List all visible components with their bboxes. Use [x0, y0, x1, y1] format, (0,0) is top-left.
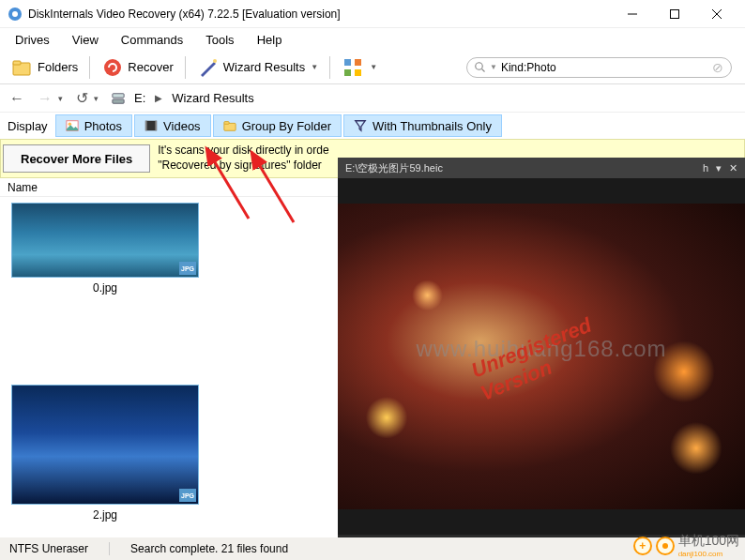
view-mode-button[interactable]: ▼	[336, 53, 383, 83]
file-item[interactable]: JPG 0.jpg	[11, 203, 199, 295]
minimize-button[interactable]	[611, 0, 653, 28]
svg-point-1	[12, 11, 18, 17]
wizard-results-button[interactable]: Wizard Results ▼	[191, 53, 324, 83]
window-title: DiskInternals Video Recovery (x64) 7.22.…	[28, 8, 611, 21]
menu-help[interactable]: Help	[248, 31, 292, 49]
recover-icon	[101, 56, 124, 79]
preview-pane: E:\空极光图片59.heic h ▾ ✕ www.huihuang168.co…	[338, 158, 745, 560]
preview-h-button[interactable]: h	[703, 162, 708, 174]
recover-label: Recover	[128, 60, 173, 74]
chevron-down-icon: ▼	[370, 63, 377, 71]
clear-icon[interactable]: ⊘	[712, 60, 723, 75]
folders-button[interactable]: Folders	[6, 53, 84, 83]
maximize-button[interactable]	[653, 0, 695, 28]
chevron-down-icon[interactable]: ▾	[94, 94, 99, 103]
titlebar: DiskInternals Video Recovery (x64) 7.22.…	[0, 0, 745, 28]
filter-group-label: Group By Folder	[242, 119, 331, 133]
chevron-right-icon: ▶	[155, 93, 162, 103]
display-label: Display	[0, 119, 55, 133]
status-center: Search complete. 21 files found	[130, 542, 288, 555]
navbar: ← → ▾ ↺▾ E: ▶ Wizard Results	[0, 84, 745, 113]
folders-label: Folders	[38, 60, 78, 74]
menu-commands[interactable]: Commands	[112, 31, 192, 49]
content-area: JPG 0.jpg JPG 2.jpg E:\空极光图片59.heic h ▾ …	[0, 197, 745, 535]
chevron-down-icon[interactable]: ▼	[490, 63, 497, 71]
close-button[interactable]	[695, 0, 737, 28]
svg-rect-24	[224, 122, 229, 125]
filter-photos-label: Photos	[84, 119, 122, 133]
jpg-badge: JPG	[179, 489, 196, 502]
svg-point-14	[476, 62, 483, 69]
menubar: Drives View Commands Tools Help	[0, 28, 745, 51]
back-button[interactable]: ←	[9, 90, 24, 107]
file-pane[interactable]: JPG 0.jpg JPG 2.jpg	[0, 197, 338, 535]
history-dropdown[interactable]: ▾	[58, 94, 63, 103]
recover-more-button[interactable]: Recover More Files	[3, 144, 150, 173]
file-item[interactable]: JPG 2.jpg	[11, 385, 199, 522]
svg-rect-11	[355, 59, 361, 66]
filter-videos[interactable]: Videos	[134, 114, 211, 137]
svg-point-8	[104, 59, 121, 76]
wizard-results-label: Wizard Results	[223, 60, 305, 74]
folder-icon	[223, 119, 236, 132]
display-row: Display Photos Videos Group By Folder Wi…	[0, 113, 745, 139]
column-name[interactable]: Name	[8, 181, 38, 194]
thumbnail[interactable]: JPG	[11, 385, 199, 505]
breadcrumb-drive[interactable]: E:	[134, 91, 145, 105]
site-logo: + 单机100网 danji100.com	[633, 533, 739, 558]
menu-tools[interactable]: Tools	[196, 31, 243, 49]
search-input[interactable]	[501, 61, 708, 74]
scan-line2: "Recovered by signatures" folder	[158, 159, 328, 174]
status-left: NTFS Uneraser	[9, 542, 88, 555]
drive-icon	[112, 92, 125, 105]
file-name: 0.jpg	[11, 281, 199, 295]
search-icon	[475, 62, 486, 73]
folders-icon	[11, 56, 34, 79]
site-name: 单机100网	[678, 533, 739, 550]
filter-thumbs[interactable]: With Thumbnails Only	[343, 114, 502, 137]
menu-drives[interactable]: Drives	[6, 31, 59, 49]
preview-image[interactable]: www.huihuang168.com Unregistered Version	[338, 178, 745, 535]
svg-rect-13	[355, 69, 361, 76]
wizard-icon	[197, 56, 220, 79]
svg-rect-3	[670, 9, 678, 18]
svg-rect-20	[145, 121, 157, 131]
separator	[89, 56, 90, 79]
preview-header: E:\空极光图片59.heic h ▾ ✕	[338, 158, 745, 178]
toolbar: Folders Recover Wizard Results ▼ ▼ ▼ ⊘	[0, 51, 745, 84]
recover-button[interactable]: Recover	[96, 53, 178, 83]
filter-videos-label: Videos	[163, 119, 201, 133]
view-grid-icon	[342, 56, 364, 79]
filter-photos[interactable]: Photos	[55, 114, 132, 137]
search-box[interactable]: ▼ ⊘	[466, 57, 732, 78]
svg-rect-21	[145, 121, 147, 131]
site-url: danji100.com	[678, 550, 739, 558]
scan-text: It's scans your disk directly in orde "R…	[158, 144, 328, 173]
filter-icon	[354, 119, 367, 132]
photo-icon	[66, 119, 79, 132]
svg-rect-22	[155, 121, 157, 131]
filter-group[interactable]: Group By Folder	[213, 114, 342, 137]
menu-view[interactable]: View	[63, 31, 108, 49]
svg-point-9	[213, 59, 217, 63]
history-button[interactable]: ↺	[76, 89, 88, 107]
logo-plus-icon: +	[633, 537, 652, 555]
preview-collapse-button[interactable]: ▾	[716, 162, 722, 174]
logo-dot-icon	[656, 537, 675, 555]
svg-line-15	[482, 68, 485, 71]
svg-rect-7	[13, 61, 21, 65]
chevron-down-icon: ▼	[311, 63, 318, 71]
thumbnail[interactable]: JPG	[11, 203, 199, 278]
preview-close-button[interactable]: ✕	[729, 162, 737, 174]
video-icon	[144, 119, 158, 132]
scan-line1: It's scans your disk directly in orde	[158, 144, 328, 159]
breadcrumb-location[interactable]: Wizard Results	[172, 91, 253, 105]
jpg-badge: JPG	[179, 262, 196, 275]
svg-rect-10	[344, 59, 351, 66]
forward-button[interactable]: →	[38, 90, 53, 107]
svg-rect-16	[113, 98, 124, 102]
separator	[329, 56, 330, 79]
file-name: 2.jpg	[11, 508, 199, 522]
app-icon	[8, 7, 23, 22]
svg-rect-12	[344, 69, 351, 76]
